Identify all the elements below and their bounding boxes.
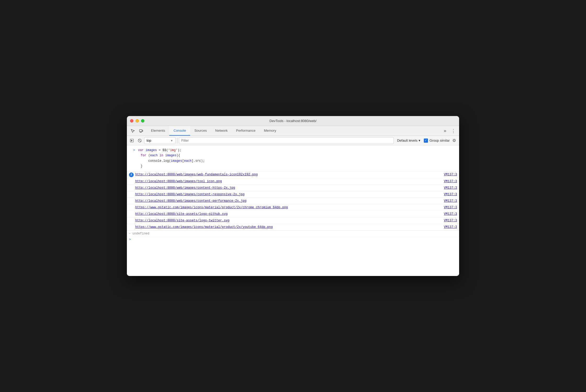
- tabs: Elements Console Sources Network Perform…: [147, 126, 441, 136]
- devtools-menu-button[interactable]: ⋮: [450, 127, 457, 135]
- code-line-4: }: [133, 164, 457, 169]
- log-url-7[interactable]: http://localhost:8080/site-assets/logo-g…: [135, 212, 441, 216]
- tab-elements[interactable]: Elements: [147, 126, 169, 136]
- minimize-button[interactable]: [136, 119, 139, 123]
- log-source-3[interactable]: VM137:3: [444, 186, 457, 190]
- log-source-6[interactable]: VM137:3: [444, 205, 457, 210]
- log-entry: 2 http://localhost:8080/web/images/web-f…: [127, 171, 459, 178]
- svg-rect-1: [142, 130, 143, 131]
- tab-memory[interactable]: Memory: [260, 126, 280, 136]
- tab-bar: Elements Console Sources Network Perform…: [127, 126, 459, 136]
- log-url-8[interactable]: http://localhost:8080/site-assets/logo-t…: [135, 218, 441, 223]
- tab-bar-left-icons: [129, 126, 145, 136]
- clear-console-button[interactable]: [136, 137, 143, 144]
- log-source-7[interactable]: VM137:3: [444, 212, 457, 216]
- close-button[interactable]: [130, 119, 133, 123]
- context-chevron-icon: ▼: [170, 139, 173, 142]
- svg-marker-6: [131, 140, 133, 142]
- group-similar-area: ✓ Group similar: [424, 139, 450, 143]
- log-source-5[interactable]: VM137:3: [444, 199, 457, 203]
- log-entries: 2 http://localhost:8080/web/images/web-f…: [127, 171, 459, 231]
- svg-rect-0: [139, 130, 142, 132]
- tab-sources[interactable]: Sources: [190, 126, 211, 136]
- log-url-4[interactable]: http://localhost:8080/web/images/content…: [135, 192, 441, 197]
- input-line: >: [127, 237, 459, 243]
- tab-bar-right-icons: » ⋮: [441, 126, 457, 136]
- group-similar-label: Group similar: [430, 139, 450, 142]
- settings-button[interactable]: ⚙: [451, 137, 458, 144]
- log-source-4[interactable]: VM137:3: [444, 192, 457, 197]
- log-url-9[interactable]: https://www.gstatic.com/images/icons/mat…: [135, 225, 441, 229]
- filter-input[interactable]: [179, 137, 394, 144]
- console-content: > var images = $$('img'); for (each in i…: [127, 145, 459, 276]
- tab-performance[interactable]: Performance: [232, 126, 260, 136]
- repeat-badge: 2: [129, 172, 134, 177]
- run-script-button[interactable]: [128, 137, 135, 144]
- context-selector[interactable]: top ▼: [144, 137, 176, 144]
- traffic-lights: [130, 119, 144, 123]
- code-prompt: > var images = $$('img');: [133, 147, 457, 153]
- log-entry: https://www.gstatic.com/images/icons/mat…: [127, 204, 459, 211]
- log-source-8[interactable]: VM137:3: [444, 218, 457, 223]
- log-entry: http://localhost:8080/web/images/content…: [127, 198, 459, 204]
- toolbar-separator: [177, 138, 177, 143]
- result-value: undefined: [132, 232, 149, 235]
- log-url-5[interactable]: http://localhost:8080/web/images/content…: [135, 199, 441, 203]
- maximize-button[interactable]: [141, 119, 144, 123]
- log-source-9[interactable]: VM137:3: [444, 225, 457, 229]
- code-line-2: for (each in images){: [133, 153, 457, 158]
- log-entry: http://localhost:8080/site-assets/logo-g…: [127, 211, 459, 217]
- log-url-1[interactable]: http://localhost:8080/web/images/web-fun…: [135, 172, 441, 177]
- log-url-2[interactable]: http://localhost:8080/web/images/tool_ic…: [135, 179, 441, 184]
- levels-chevron-icon: ▾: [419, 139, 420, 142]
- group-similar-checkbox[interactable]: ✓: [424, 139, 428, 143]
- log-url-3[interactable]: http://localhost:8080/web/images/content…: [135, 186, 441, 190]
- log-entry: http://localhost:8080/site-assets/logo-t…: [127, 217, 459, 224]
- log-source-2[interactable]: VM137:3: [444, 179, 457, 184]
- log-url-6[interactable]: https://www.gstatic.com/images/icons/mat…: [135, 205, 441, 210]
- result-arrow-icon: ←: [129, 232, 131, 235]
- console-input[interactable]: [132, 238, 457, 241]
- tab-console[interactable]: Console: [169, 126, 190, 136]
- title-bar: DevTools - localhost:8080/web/: [127, 116, 459, 126]
- console-toolbar: top ▼ Default levels ▾ ✓ Group similar ⚙: [127, 136, 459, 145]
- more-tabs-button[interactable]: »: [441, 127, 449, 135]
- devtools-window: DevTools - localhost:8080/web/: [127, 116, 459, 276]
- log-entry: http://localhost:8080/web/images/content…: [127, 191, 459, 198]
- log-entry: http://localhost:8080/web/images/tool_ic…: [127, 178, 459, 185]
- log-source-1[interactable]: VM137:3: [444, 172, 457, 177]
- log-entry: https://www.gstatic.com/images/icons/mat…: [127, 224, 459, 230]
- inspect-element-button[interactable]: [129, 127, 136, 135]
- log-entry: http://localhost:8080/web/images/content…: [127, 185, 459, 191]
- device-toggle-button[interactable]: [137, 127, 145, 135]
- svg-line-8: [138, 139, 141, 142]
- tab-network[interactable]: Network: [211, 126, 232, 136]
- default-levels-button[interactable]: Default levels ▾: [395, 137, 423, 144]
- input-prompt-icon: >: [129, 238, 131, 241]
- code-input-block: > var images = $$('img'); for (each in i…: [127, 145, 459, 171]
- code-line-3: console.log(images[each].src);: [133, 158, 457, 164]
- settings-icon: ⚙: [452, 138, 456, 143]
- window-title: DevTools - localhost:8080/web/: [269, 119, 317, 123]
- result-line: ← undefined: [127, 231, 459, 237]
